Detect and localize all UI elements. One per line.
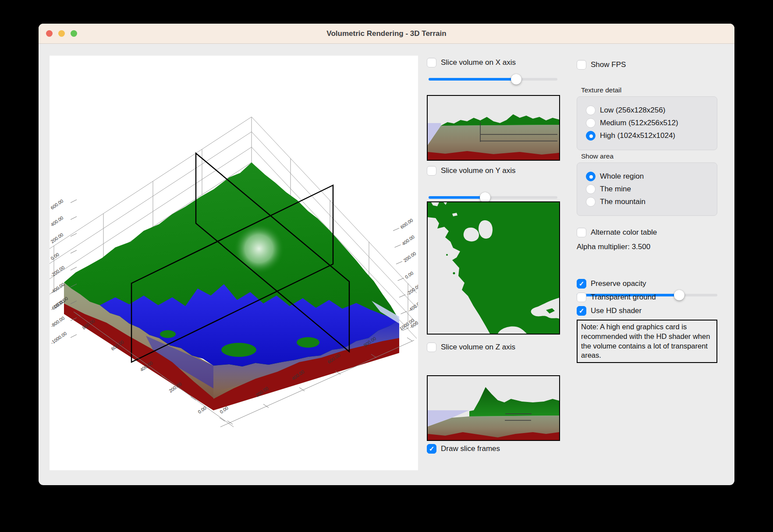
slice-z-checkbox[interactable] xyxy=(427,342,436,352)
x-slice-preview xyxy=(427,95,560,161)
slice-x-label: Slice volume on X axis xyxy=(441,58,516,67)
radio-row-whole-region[interactable]: Whole region xyxy=(586,172,717,181)
y-slice-map-preview xyxy=(427,201,560,335)
use-hd-shader-checkbox[interactable] xyxy=(577,306,586,316)
svg-text:-800.00: -800.00 xyxy=(50,315,65,328)
slice-z-label: Slice volume on Z axis xyxy=(441,343,515,352)
svg-text:200.00: 200.00 xyxy=(402,250,417,263)
the-mine-label: The mine xyxy=(600,185,631,194)
the-mine-radio[interactable] xyxy=(586,184,596,194)
slice-y-row[interactable]: Slice volume on Y axis xyxy=(427,165,515,176)
the-mountain-label: The mountain xyxy=(600,197,645,206)
svg-text:400.00: 400.00 xyxy=(401,234,415,246)
show-area-group: Whole region The mine The mountain xyxy=(577,162,717,216)
alternate-color-table-checkbox[interactable] xyxy=(577,228,586,237)
svg-text:-200.00: -200.00 xyxy=(50,264,65,278)
texture-detail-title: Texture detail xyxy=(581,86,621,94)
slice-z-row[interactable]: Slice volume on Z axis xyxy=(427,342,515,353)
slider-thumb[interactable] xyxy=(674,290,684,300)
show-area-title: Show area xyxy=(581,152,613,160)
show-fps-row[interactable]: Show FPS xyxy=(577,59,626,70)
svg-text:0.00: 0.00 xyxy=(50,251,60,261)
whole-region-radio[interactable] xyxy=(586,172,596,181)
z-slice-preview xyxy=(427,375,560,441)
texture-low-radio[interactable] xyxy=(586,106,596,115)
slice-x-row[interactable]: Slice volume on X axis xyxy=(427,57,516,68)
preserve-opacity-row[interactable]: Preserve opacity xyxy=(577,278,646,289)
draw-slice-frames-row[interactable]: Draw slice frames xyxy=(427,443,500,454)
texture-medium-label: Medium (512x256x512) xyxy=(600,119,678,127)
texture-high-label: High (1024x512x1024) xyxy=(600,131,675,140)
radio-row-texture-high[interactable]: High (1024x512x1024) xyxy=(586,131,717,141)
radio-row-texture-low[interactable]: Low (256x128x256) xyxy=(586,106,717,115)
hd-shader-note: Note: A high end graphics card is recomm… xyxy=(577,320,717,363)
slice-x-slider[interactable] xyxy=(429,74,557,85)
whole-region-label: Whole region xyxy=(600,172,644,181)
radio-row-the-mountain[interactable]: The mountain xyxy=(586,197,717,207)
use-hd-shader-label: Use HD shader xyxy=(591,307,642,315)
draw-slice-frames-label: Draw slice frames xyxy=(441,444,500,453)
svg-text:-200.00: -200.00 xyxy=(405,283,418,296)
show-fps-label: Show FPS xyxy=(591,60,626,69)
alternate-color-table-row[interactable]: Alternate color table xyxy=(577,227,657,238)
svg-text:200.00: 200.00 xyxy=(50,232,64,244)
transparent-ground-label: Transparent ground xyxy=(591,293,656,302)
preserve-opacity-checkbox[interactable] xyxy=(577,279,586,289)
texture-medium-radio[interactable] xyxy=(586,118,596,128)
slice-x-checkbox[interactable] xyxy=(427,58,436,67)
radio-row-the-mine[interactable]: The mine xyxy=(586,184,717,194)
svg-text:-1000.00: -1000.00 xyxy=(50,331,67,345)
alternate-color-table-label: Alternate color table xyxy=(591,228,657,237)
svg-text:0.00: 0.00 xyxy=(404,270,415,280)
svg-text:-400.00: -400.00 xyxy=(50,282,65,295)
svg-text:600.00: 600.00 xyxy=(50,198,64,210)
terrain-3d-viewport[interactable]: 600.00400.00200.000.00-200.00-400.00-600… xyxy=(50,56,418,470)
show-fps-checkbox[interactable] xyxy=(577,60,586,70)
slider-fill xyxy=(429,196,485,199)
svg-text:0.00: 0.00 xyxy=(197,405,207,415)
svg-text:400.00: 400.00 xyxy=(50,215,64,227)
titlebar: Volumetric Rendering - 3D Terrain xyxy=(39,24,734,44)
transparent-ground-row[interactable]: Transparent ground xyxy=(577,292,656,303)
svg-text:-400.00: -400.00 xyxy=(407,299,418,313)
app-window: Volumetric Rendering - 3D Terrain xyxy=(39,24,734,485)
the-mountain-radio[interactable] xyxy=(586,197,596,207)
draw-slice-frames-checkbox[interactable] xyxy=(427,444,436,454)
transparent-ground-checkbox[interactable] xyxy=(577,292,586,302)
alpha-multiplier-label: Alpha multiplier: 3.500 xyxy=(577,243,650,251)
slider-thumb[interactable] xyxy=(511,74,521,85)
texture-high-radio[interactable] xyxy=(586,131,596,141)
texture-low-label: Low (256x128x256) xyxy=(600,106,665,115)
use-hd-shader-row[interactable]: Use HD shader xyxy=(577,305,642,317)
svg-text:600.00: 600.00 xyxy=(399,217,414,229)
preserve-opacity-label: Preserve opacity xyxy=(591,279,646,288)
slice-y-checkbox[interactable] xyxy=(427,166,436,176)
window-title: Volumetric Rendering - 3D Terrain xyxy=(39,24,734,43)
texture-detail-group: Low (256x128x256) Medium (512x256x512) H… xyxy=(577,96,717,150)
slice-y-label: Slice volume on Y axis xyxy=(441,166,515,175)
slider-fill xyxy=(429,78,516,81)
radio-row-texture-medium[interactable]: Medium (512x256x512) xyxy=(586,118,717,128)
